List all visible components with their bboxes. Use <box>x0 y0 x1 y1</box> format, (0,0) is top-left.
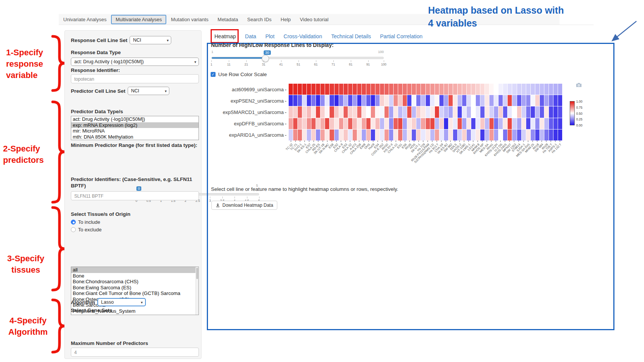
heatmap-cell[interactable] <box>435 106 439 117</box>
heatmap-cell[interactable] <box>394 118 398 129</box>
option-exp-mrna-expression-log2[interactable]: exp: mRNA Expression (log2) <box>71 122 199 128</box>
heatmap-cell[interactable] <box>485 84 489 95</box>
heatmap-cell[interactable] <box>480 130 485 140</box>
heatmap-cell[interactable] <box>330 130 334 140</box>
heatmap-cell[interactable] <box>435 95 439 106</box>
heatmap-cell[interactable] <box>357 95 361 106</box>
heatmap-cell[interactable] <box>371 130 375 140</box>
heatmap-cell[interactable] <box>549 106 553 117</box>
heatmap-cell[interactable] <box>558 130 562 140</box>
nav-tab-help[interactable]: Help <box>276 15 295 24</box>
heatmap-cell[interactable] <box>558 118 562 129</box>
heatmap-cell[interactable] <box>307 106 311 117</box>
heatmap-cell[interactable] <box>389 95 393 106</box>
heatmap-cell[interactable] <box>544 118 549 129</box>
heatmap-cell[interactable] <box>458 95 462 106</box>
heatmap-cell[interactable] <box>553 118 558 129</box>
tab-plot[interactable]: Plot <box>265 33 274 39</box>
heatmap-cell[interactable] <box>407 95 411 106</box>
heatmap-cell[interactable] <box>439 95 444 106</box>
heatmap-cell[interactable] <box>416 84 420 95</box>
heatmap-cell[interactable] <box>348 106 352 117</box>
heatmap-cell[interactable] <box>489 106 494 117</box>
heatmap-cell[interactable] <box>357 118 361 129</box>
heatmap-cell[interactable] <box>421 130 425 140</box>
heatmap-cell[interactable] <box>416 130 420 140</box>
heatmap-cell[interactable] <box>412 95 416 106</box>
heatmap-cell[interactable] <box>371 118 375 129</box>
heatmap-cell[interactable] <box>307 118 311 129</box>
heatmap-cell[interactable] <box>380 130 384 140</box>
option-bone-chondrosarcoma-chs[interactable]: Bone:Chondrosarcoma (CHS) <box>71 279 199 285</box>
heatmap-cell[interactable] <box>471 118 475 129</box>
heatmap-cell[interactable] <box>371 106 375 117</box>
algorithm-select[interactable]: Lasso▾ <box>97 298 146 306</box>
heatmap-cell[interactable] <box>426 95 430 106</box>
heatmap-cell[interactable] <box>553 84 558 95</box>
heatmap-cell[interactable] <box>553 106 558 117</box>
heatmap-cell[interactable] <box>307 95 311 106</box>
heatmap-cell[interactable] <box>471 106 475 117</box>
heatmap-cell[interactable] <box>366 118 370 129</box>
heatmap-cell[interactable] <box>366 95 370 106</box>
heatmap-cell[interactable] <box>512 84 516 95</box>
heatmap-cell[interactable] <box>489 95 494 106</box>
heatmap-cell[interactable] <box>366 84 370 95</box>
heatmap-cell[interactable] <box>512 106 516 117</box>
heatmap-cell[interactable] <box>307 84 311 95</box>
heatmap-cell[interactable] <box>485 130 489 140</box>
heatmap-cell[interactable] <box>540 118 544 129</box>
heatmap-cell[interactable] <box>362 118 366 129</box>
heatmap-cell[interactable] <box>335 106 339 117</box>
heatmap-cell[interactable] <box>435 118 439 129</box>
heatmap-cell[interactable] <box>389 84 393 95</box>
heatmap-cell[interactable] <box>416 95 420 106</box>
heatmap-cell[interactable] <box>403 84 407 95</box>
heatmap-cell[interactable] <box>526 118 530 129</box>
heatmap-cell[interactable] <box>293 130 297 140</box>
heatmap-cell[interactable] <box>499 84 503 95</box>
heatmap-cell[interactable] <box>330 84 334 95</box>
camera-icon[interactable] <box>575 82 582 87</box>
heatmap-cell[interactable] <box>480 84 485 95</box>
heatmap-cell[interactable] <box>311 95 316 106</box>
heatmap-cell[interactable] <box>320 118 325 129</box>
heatmap-cell[interactable] <box>544 95 549 106</box>
heatmap-cell[interactable] <box>335 130 339 140</box>
heatmap-cell[interactable] <box>293 106 297 117</box>
heatmap-cell[interactable] <box>380 84 384 95</box>
heatmap-cell[interactable] <box>449 106 453 117</box>
heatmap-cell[interactable] <box>316 84 320 95</box>
heatmap-cell[interactable] <box>320 130 325 140</box>
heatmap-cell[interactable] <box>489 84 494 95</box>
heatmap-cell[interactable] <box>412 84 416 95</box>
nav-tab-multivariate-analyses[interactable]: Multivariate Analyses <box>111 15 166 24</box>
heatmap-cell[interactable] <box>435 130 439 140</box>
heatmap-cell[interactable] <box>531 118 535 129</box>
heatmap-row-label[interactable]: expARID1A_uniSarcoma <box>207 132 286 138</box>
heatmap-cell[interactable] <box>462 118 466 129</box>
heatmap-cell[interactable] <box>558 84 562 95</box>
heatmap-cell[interactable] <box>320 84 325 95</box>
heatmap-cell[interactable] <box>320 106 325 117</box>
heatmap-cell[interactable] <box>522 95 526 106</box>
nav-tab-mutation-variants[interactable]: Mutation variants <box>166 15 213 24</box>
heatmap-cell[interactable] <box>449 95 453 106</box>
heatmap-cell[interactable] <box>485 118 489 129</box>
heatmap-cell[interactable] <box>394 106 398 117</box>
heatmap-cell[interactable] <box>522 118 526 129</box>
heatmap-cell[interactable] <box>467 118 471 129</box>
heatmap-cell[interactable] <box>426 84 430 95</box>
heatmap-cell[interactable] <box>494 95 498 106</box>
heatmap-cell[interactable] <box>311 84 316 95</box>
heatmap-cell[interactable] <box>330 118 334 129</box>
heatmap-cell[interactable] <box>503 84 507 95</box>
heatmap-cell[interactable] <box>325 95 329 106</box>
heatmap-cell[interactable] <box>476 130 480 140</box>
heatmap-cell[interactable] <box>480 118 485 129</box>
heatmap-cell[interactable] <box>535 118 539 129</box>
heatmap-cell[interactable] <box>298 130 302 140</box>
heatmap-cell[interactable] <box>544 84 549 95</box>
heatmap-cell[interactable] <box>398 84 402 95</box>
heatmap-cell[interactable] <box>307 130 311 140</box>
